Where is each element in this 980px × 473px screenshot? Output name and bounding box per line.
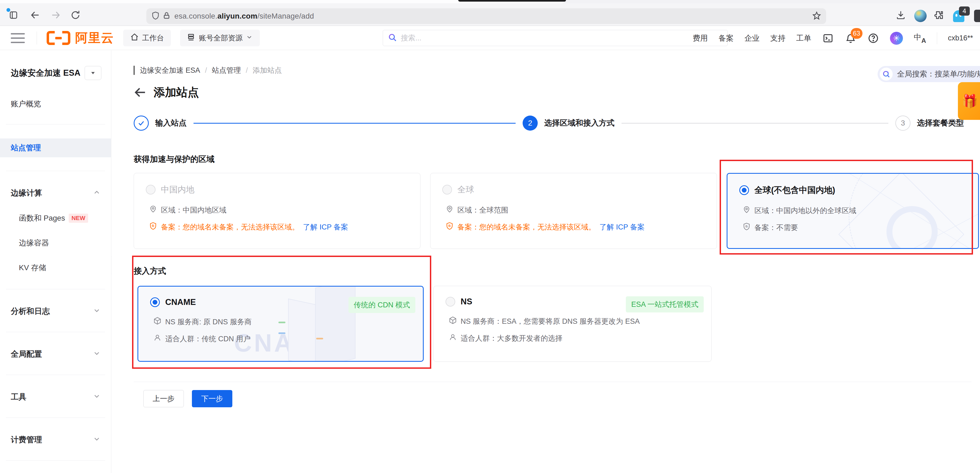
icp-shield-icon: 备	[743, 222, 751, 232]
bookmark-star-icon[interactable]	[812, 11, 821, 21]
next-step-button[interactable]: 下一步	[192, 390, 232, 407]
back-button[interactable]	[29, 9, 41, 21]
region-card-global[interactable]: 全球 区域：全球范围 备 备案：您的域名未备案，无法选择该区域。 了解 ICP …	[430, 173, 717, 249]
access-section-title: 接入方式	[134, 266, 980, 277]
invite-promo-banner[interactable]: 🎁 邀请 送 E	[958, 82, 980, 120]
radio-unselected-icon[interactable]	[445, 297, 455, 306]
window-dark-bar	[458, 0, 566, 2]
search-input[interactable]	[401, 34, 697, 42]
divider	[6, 289, 105, 289]
nav-link-fees[interactable]: 费用	[693, 33, 708, 43]
previous-step-button[interactable]: 上一步	[143, 390, 184, 407]
product-switcher-button[interactable]	[84, 66, 101, 80]
workbench-label: 工作台	[142, 33, 164, 43]
step2-label: 选择区域和接入方式	[544, 118, 614, 129]
sidebar-group-edge-compute[interactable]: 边缘计算	[11, 188, 101, 198]
region-card-china-mainland[interactable]: 中国内地 区域：中国内地区域 备 备案：您的域名未备案，无法选择该区域。 了解 …	[134, 173, 420, 249]
radio-selected-icon[interactable]	[739, 185, 749, 195]
region-card-title: 全球	[457, 184, 474, 195]
console-search-box[interactable]	[383, 30, 728, 46]
location-pin-icon	[149, 205, 157, 215]
chevron-down-icon	[93, 349, 101, 359]
sidebar-item-edge-container[interactable]: 边缘容器	[19, 238, 111, 248]
sidebar-item-site-management[interactable]: 站点管理	[0, 138, 111, 157]
sidebar-group-analytics-logs[interactable]: 分析和日志	[11, 306, 101, 317]
url-domain: aliyun.com	[218, 12, 258, 20]
divider	[134, 382, 971, 382]
person-icon	[449, 333, 457, 343]
sidebar-item-account-overview[interactable]: 账户概览	[11, 99, 111, 109]
region-card-global-ex-china[interactable]: 全球(不包含中国内地) 区域：中国内地以外的全球区域 备 备案：不需要	[727, 173, 979, 249]
radio-unselected-icon[interactable]	[442, 185, 452, 194]
svg-text:备: 备	[151, 224, 154, 227]
aliyun-logo[interactable]: 阿里云	[47, 30, 114, 46]
ns-mode-badge: ESA 一站式托管模式	[626, 296, 704, 313]
location-pin-icon	[445, 205, 453, 215]
sidebar-group-label: 工具	[11, 392, 26, 402]
reload-button[interactable]	[70, 9, 81, 21]
svg-text:备: 备	[745, 225, 748, 228]
package-cube-icon	[153, 317, 161, 327]
cloudshell-icon[interactable]	[822, 32, 834, 44]
search-icon	[388, 33, 397, 43]
breadcrumb-item-site-management[interactable]: 站点管理	[212, 65, 241, 75]
browser-profile-avatar[interactable]	[914, 10, 927, 22]
ai-assistant-icon[interactable]: ✳	[890, 32, 903, 45]
icp-learn-link[interactable]: 了解 ICP 备案	[303, 222, 348, 232]
back-arrow-icon[interactable]	[134, 86, 146, 99]
language-switch-icon[interactable]: 中A	[914, 32, 926, 44]
forward-button[interactable]	[50, 9, 62, 21]
stepper: 输入站点 2 选择区域和接入方式 3 选择套餐类型	[134, 116, 980, 131]
person-icon	[153, 334, 161, 344]
workbench-button[interactable]: 工作台	[123, 30, 171, 46]
clipped-toolbar-icon[interactable]	[974, 10, 980, 22]
bell-badge: 63	[851, 28, 862, 39]
extensions-puzzle-icon[interactable]	[933, 9, 945, 21]
global-search-pill[interactable]: 全局搜索：搜菜单/功能/规则配置	[878, 66, 980, 82]
cname-mode-badge: 传统的 CDN 模式	[348, 297, 415, 313]
icp-not-required-text: 备案：不需要	[754, 223, 798, 232]
sidebar-group-tools[interactable]: 工具	[11, 392, 101, 402]
sidebar-item-functions-pages[interactable]: 函数和 Pages NEW	[19, 213, 111, 223]
hamburger-menu-icon[interactable]	[11, 33, 25, 43]
breadcrumb-item-esa[interactable]: 边缘安全加速 ESA	[140, 65, 200, 75]
breadcrumb: 边缘安全加速 ESA / 站点管理 / 添加站点	[134, 65, 980, 75]
username[interactable]: cxb16**	[948, 34, 973, 42]
stepper-connector-done	[194, 123, 515, 124]
stepper-connector-todo	[622, 123, 888, 124]
icp-shield-icon: 备	[149, 222, 157, 232]
download-icon[interactable]	[895, 9, 907, 21]
chevron-down-icon	[93, 435, 101, 445]
account-resources-button[interactable]: 账号全部资源	[180, 30, 260, 46]
url-text: esa.console.aliyun.com/siteManage/add	[174, 12, 314, 21]
nav-link-icp[interactable]: 备案	[719, 33, 733, 43]
nav-link-support[interactable]: 支持	[770, 33, 785, 43]
icp-learn-link[interactable]: 了解 ICP 备案	[600, 222, 645, 232]
sidebar-toggle-icon[interactable]	[8, 9, 19, 21]
radio-unselected-icon[interactable]	[146, 185, 156, 194]
new-badge: NEW	[69, 214, 88, 223]
nav-link-enterprise[interactable]: 企业	[745, 33, 759, 43]
icp-shield-icon: 备	[445, 222, 453, 232]
address-bar[interactable]: esa.console.aliyun.com/siteManage/add	[146, 8, 826, 24]
sidebar-group-billing[interactable]: 计费管理	[11, 435, 101, 445]
caret-artifact	[134, 66, 135, 75]
notifications-bell-icon[interactable]: 63	[845, 32, 857, 44]
radio-selected-icon[interactable]	[150, 297, 160, 307]
step1-check-icon	[134, 116, 149, 131]
nav-link-tickets[interactable]: 工单	[796, 33, 811, 43]
global-search-text: 全局搜索：搜菜单/功能/规则配置	[897, 69, 980, 79]
sidebar-group-label: 分析和日志	[11, 306, 50, 317]
sidebar-group-global-config[interactable]: 全局配置	[11, 349, 101, 360]
access-card-ns[interactable]: NS ESA 一站式托管模式 NS 服务商：ESA，您需要将原 DNS 服务器更…	[433, 286, 711, 362]
browser-toolbar: esa.console.aliyun.com/siteManage/add 4	[0, 3, 980, 26]
ns-provider-text: NS 服务商: 原 DNS 服务商	[165, 317, 252, 327]
sidebar-item-kv-storage[interactable]: KV 存储	[19, 263, 111, 273]
divider	[6, 375, 105, 375]
region-card-title: 全球(不包含中国内地)	[754, 184, 835, 196]
help-icon[interactable]	[867, 32, 879, 44]
access-card-cname[interactable]: CNAME CNAME 传统的 CDN 模式 NS 服务商: 原 DNS 服务商…	[137, 286, 424, 362]
ghost-extension-icon[interactable]: 4	[953, 10, 964, 22]
region-scope-text: 区域：中国内地以外的全球区域	[754, 206, 856, 216]
chevron-up-icon	[93, 188, 101, 198]
